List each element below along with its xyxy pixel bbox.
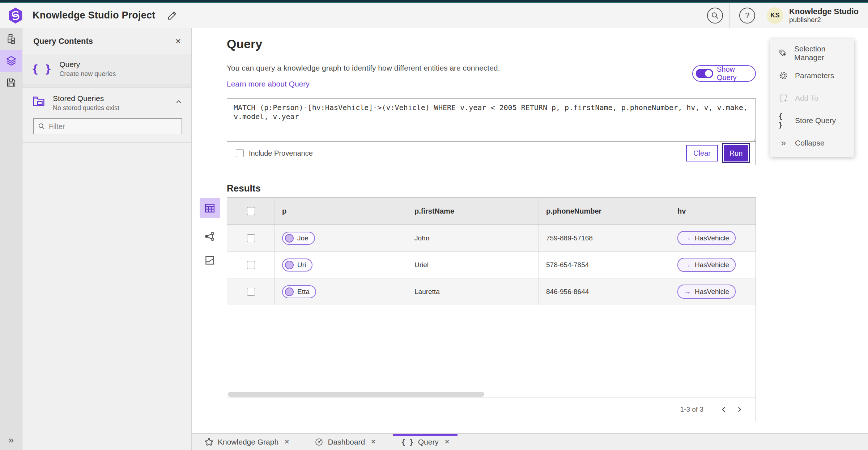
app-header: Knowledge Studio Project ? KS Knowledge … — [0, 3, 868, 28]
relationship-pill[interactable]: → HasVehicle — [677, 231, 736, 245]
panel-item-stored-queries[interactable]: Stored Queries No stored queries exist — [22, 88, 191, 114]
query-action-row: Include Provenance Clear Run — [227, 142, 756, 165]
braces-icon: { } — [32, 63, 51, 75]
stored-queries-collapse-button[interactable] — [175, 98, 183, 106]
view-map-button[interactable] — [200, 250, 220, 270]
select-all-checkbox[interactable] — [247, 207, 255, 215]
logo-hexagon-icon — [7, 7, 24, 24]
collapse-icon: » — [781, 138, 786, 148]
next-page-button[interactable] — [732, 402, 747, 417]
app-logo[interactable] — [7, 7, 24, 24]
rail-item-layers[interactable] — [0, 50, 22, 72]
toggle-knob — [705, 70, 712, 77]
cell-phone: 578-654-7854 — [546, 261, 589, 269]
query-textarea[interactable]: MATCH (p:Person)-[hv:HasVehicle]->(v:Veh… — [227, 99, 756, 142]
clear-button[interactable]: Clear — [686, 145, 718, 161]
tab-knowledge-graph[interactable]: Knowledge Graph ✕ — [197, 434, 297, 450]
main-content: Query You can query a knowledge graph to… — [192, 28, 868, 450]
learn-more-link[interactable]: Learn more about Query — [227, 80, 310, 88]
project-title: Knowledge Studio Project — [33, 10, 155, 21]
selection-manager-item[interactable]: Selection Manager — [770, 42, 854, 64]
braces-icon: { } — [778, 112, 788, 129]
rail-item-save[interactable] — [0, 72, 22, 93]
table-row: Etta Lauretta 846-956-8644 → HasVehicle — [227, 278, 756, 305]
layers-icon — [5, 55, 17, 67]
stored-queries-folder-icon — [32, 94, 46, 108]
data-model-icon — [6, 34, 17, 45]
knowledge-graph-icon — [205, 438, 213, 446]
relationship-pill[interactable]: → HasVehicle — [677, 258, 736, 272]
include-provenance-checkbox[interactable] — [236, 149, 244, 157]
query-item-label: Query — [59, 60, 116, 69]
page-description: You can query a knowledge graph to ident… — [227, 64, 500, 72]
entity-dot-icon — [285, 287, 294, 296]
entity-pill[interactable]: Joe — [282, 232, 315, 245]
cell-firstname: John — [414, 234, 429, 242]
view-graph-button[interactable] — [200, 226, 220, 247]
page-title: Query — [227, 37, 262, 51]
query-contents-panel: Query Contents ✕ { } Query Create new qu… — [22, 28, 192, 450]
panel-title: Query Contents — [33, 37, 93, 46]
run-button[interactable]: Run — [724, 145, 748, 161]
filter-search-icon — [38, 123, 45, 130]
arrow-right-icon: → — [684, 261, 691, 269]
show-query-label: Show Query — [717, 65, 750, 82]
tab-close-button[interactable]: ✕ — [284, 438, 289, 446]
pagination-label: 1-3 of 3 — [680, 405, 703, 413]
entity-pill[interactable]: Uri — [282, 258, 312, 272]
dashboard-gauge-icon — [315, 438, 323, 446]
stored-queries-sub: No stored queries exist — [53, 104, 119, 112]
add-to-item[interactable]: Add To — [770, 87, 854, 109]
table-view-icon — [204, 202, 216, 214]
previous-page-button[interactable] — [716, 402, 732, 417]
entity-dot-icon — [285, 234, 294, 243]
parameters-item[interactable]: Parameters — [770, 64, 854, 87]
results-table: p p.firstName p.phoneNumber hv Joe John … — [227, 197, 756, 421]
entity-pill[interactable]: Etta — [282, 285, 316, 298]
row-checkbox[interactable] — [247, 234, 255, 242]
panel-item-query[interactable]: { } Query Create new queries — [22, 54, 191, 84]
collapse-item[interactable]: » Collapse — [770, 132, 854, 154]
user-info: Knowledge Studio publisher2 — [789, 7, 859, 24]
arrow-right-icon: → — [684, 234, 691, 242]
search-icon — [711, 12, 719, 20]
cell-phone: 759-889-57168 — [546, 234, 593, 242]
help-button[interactable]: ? — [739, 8, 755, 24]
row-checkbox[interactable] — [247, 288, 255, 296]
table-footer: 1-3 of 3 — [227, 398, 756, 421]
bottom-tab-bar: Knowledge Graph ✕ Dashboard ✕ { } Query … — [192, 433, 868, 450]
braces-icon: { } — [401, 438, 413, 446]
search-button[interactable] — [707, 8, 723, 24]
query-tools-card: Selection Manager Parameters Add To — [770, 39, 854, 157]
row-checkbox[interactable] — [247, 261, 255, 269]
results-title: Results — [227, 183, 261, 194]
filter-box — [33, 118, 182, 134]
view-table-button[interactable] — [200, 198, 220, 218]
save-icon — [6, 77, 17, 88]
rail-item-data-model[interactable] — [0, 28, 22, 50]
column-header-firstname: p.firstName — [414, 207, 454, 215]
gear-icon — [779, 71, 788, 80]
stored-queries-label: Stored Queries — [53, 94, 119, 103]
help-icon: ? — [745, 11, 749, 20]
tab-dashboard[interactable]: Dashboard ✕ — [307, 434, 384, 450]
scrollbar-thumb[interactable] — [228, 392, 484, 397]
user-org-label: Knowledge Studio — [789, 7, 859, 16]
filter-input[interactable] — [49, 122, 177, 131]
show-query-toggle[interactable]: Show Query — [692, 65, 756, 82]
store-query-item[interactable]: { } Store Query — [770, 109, 854, 132]
header-divider — [729, 3, 730, 28]
table-header-row: p p.firstName p.phoneNumber hv — [227, 198, 756, 225]
relationship-pill[interactable]: → HasVehicle — [677, 285, 736, 299]
rail-expand-button[interactable]: » — [0, 434, 22, 446]
tab-query[interactable]: { } Query ✕ — [393, 434, 458, 450]
panel-close-button[interactable]: ✕ — [175, 37, 181, 46]
tab-close-button[interactable]: ✕ — [371, 438, 376, 446]
query-editor-box: MATCH (p:Person)-[hv:HasVehicle]->(v:Veh… — [227, 98, 756, 165]
user-avatar[interactable]: KS — [767, 7, 783, 24]
user-name-label: publisher2 — [789, 16, 859, 24]
tab-close-button[interactable]: ✕ — [444, 438, 450, 446]
edit-title-button[interactable] — [167, 10, 178, 21]
table-empty-area — [227, 305, 756, 391]
column-header-hv: hv — [677, 207, 686, 215]
